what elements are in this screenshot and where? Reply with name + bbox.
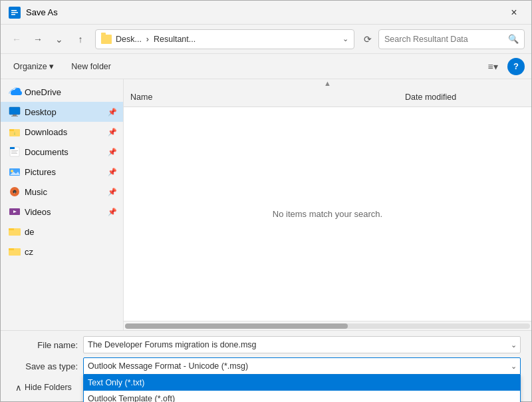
save-as-type-dropdown[interactable]: Outlook Message Format - Unicode (*.msg)…	[83, 357, 521, 375]
horizontal-scrollbar[interactable]	[124, 321, 531, 330]
downloads-icon: ↓	[9, 126, 21, 137]
svg-rect-1	[11, 10, 17, 11]
address-chevron-icon: ⌄	[342, 35, 348, 43]
svg-rect-5	[13, 114, 17, 116]
pictures-pin-icon: 📌	[107, 166, 118, 177]
view-chevron-icon: ▾	[493, 61, 498, 72]
sidebar-item-documents-label: Documents	[25, 147, 107, 157]
scrollbar-thumb[interactable]	[125, 323, 348, 329]
videos-icon	[9, 206, 21, 217]
forward-button[interactable]: →	[29, 30, 47, 49]
sidebar-item-videos[interactable]: Videos 📌	[1, 202, 123, 222]
sidebar: OneDrive Desktop 📌	[1, 79, 124, 330]
sidebar-item-cz-label: cz	[25, 247, 118, 257]
sort-indicator-row: ▲	[124, 79, 531, 87]
col-header-date[interactable]: Date modified	[398, 90, 531, 104]
main-content: OneDrive Desktop 📌	[1, 79, 531, 330]
svg-rect-3	[11, 14, 15, 15]
empty-message: No items match your search.	[124, 107, 531, 321]
save-as-type-row: Save as type: Outlook Message Format - U…	[11, 357, 521, 375]
title-bar: Save As ×	[1, 1, 531, 25]
scrollbar-track[interactable]	[125, 323, 530, 329]
sidebar-item-onedrive-label: OneDrive	[25, 87, 118, 97]
search-icon: 🔍	[508, 34, 519, 44]
file-name-input[interactable]	[83, 336, 521, 353]
toolbar: Organize ▾ New folder ≡ ▾ ?	[1, 54, 531, 79]
column-header-row: Name Date modified	[124, 87, 531, 107]
svg-point-16	[11, 170, 13, 172]
up-button[interactable]: ↑	[71, 30, 90, 49]
sidebar-item-de[interactable]: de	[1, 222, 123, 242]
sidebar-item-de-label: de	[25, 227, 118, 237]
view-icon: ≡	[487, 61, 493, 72]
dropdown-item-0[interactable]: Text Only (*.txt)	[84, 375, 520, 391]
new-folder-button[interactable]: New folder	[65, 59, 117, 74]
svg-rect-6	[11, 116, 18, 116]
dialog-title: Save As	[26, 7, 58, 17]
pictures-icon	[9, 166, 21, 177]
save-as-dialog: Save As × ← → ⌄ ↑ Desk... › Resultant...…	[0, 0, 532, 402]
dropdown-button[interactable]: ⌄	[50, 30, 68, 49]
sidebar-item-music[interactable]: ♪ Music 📌	[1, 182, 123, 202]
svg-rect-23	[9, 228, 14, 230]
sidebar-item-onedrive[interactable]: OneDrive	[1, 82, 123, 102]
videos-pin-icon: 📌	[107, 206, 118, 217]
file-name-row: File name: ⌄	[11, 336, 521, 353]
sidebar-item-desktop-label: Desktop	[25, 107, 107, 117]
music-pin-icon: 📌	[107, 186, 118, 197]
address-folder-icon	[101, 35, 112, 44]
help-button[interactable]: ?	[507, 58, 525, 75]
title-bar-left: Save As	[9, 7, 58, 19]
sidebar-item-documents[interactable]: Documents 📌	[1, 142, 123, 162]
documents-icon	[9, 146, 21, 157]
dropdown-item-1[interactable]: Outlook Template (*.oft)	[84, 391, 520, 402]
svg-text:↓: ↓	[13, 130, 16, 135]
back-button[interactable]: ←	[7, 30, 26, 49]
desktop-pin-icon: 📌	[107, 106, 118, 117]
bottom-area: File name: ⌄ Save as type: Outlook Messa…	[1, 330, 531, 401]
sidebar-item-desktop[interactable]: Desktop 📌	[1, 102, 123, 122]
dropdown-chevron-icon: ⌄	[511, 362, 517, 371]
sidebar-item-pictures-label: Pictures	[25, 167, 107, 177]
folder-cz-icon	[9, 246, 21, 257]
music-icon: ♪	[9, 186, 21, 197]
svg-rect-2	[11, 12, 18, 13]
svg-rect-13	[11, 152, 17, 152]
svg-rect-4	[9, 107, 20, 114]
dropdown-selected-value[interactable]: Outlook Message Format - Unicode (*.msg)…	[83, 357, 521, 375]
address-bar[interactable]: Desk... › Resultant... ⌄	[95, 29, 354, 49]
search-box[interactable]: 🔍	[378, 29, 525, 49]
onedrive-icon	[9, 87, 21, 97]
file-name-input-wrap: ⌄	[83, 336, 521, 353]
dialog-icon	[9, 7, 21, 19]
folder-de-icon	[9, 226, 21, 237]
search-input[interactable]	[384, 35, 504, 44]
hide-folders-label: Hide Folders	[25, 383, 72, 392]
view-button[interactable]: ≡ ▾	[483, 58, 502, 75]
svg-rect-12	[11, 150, 18, 151]
col-header-name[interactable]: Name	[124, 90, 398, 104]
sidebar-item-music-label: Music	[25, 187, 107, 197]
sidebar-item-pictures[interactable]: Pictures 📌	[1, 162, 123, 182]
svg-rect-11	[10, 147, 15, 149]
file-name-label: File name:	[11, 340, 78, 350]
close-button[interactable]: ×	[505, 3, 523, 22]
save-as-type-label: Save as type:	[11, 361, 78, 371]
sidebar-item-videos-label: Videos	[25, 207, 107, 217]
hide-folders-button[interactable]: ∧ Hide Folders	[11, 381, 76, 394]
sidebar-item-cz[interactable]: cz	[1, 242, 123, 262]
dropdown-selected-text: Outlook Message Format - Unicode (*.msg)	[88, 361, 248, 371]
refresh-button[interactable]: ⟳	[360, 31, 376, 47]
sort-up-icon: ▲	[324, 79, 331, 87]
organize-button[interactable]: Organize ▾	[7, 59, 60, 74]
documents-pin-icon: 📌	[107, 146, 118, 157]
address-text: Desk... › Resultant...	[116, 35, 338, 44]
sidebar-item-downloads-label: Downloads	[25, 127, 107, 137]
sidebar-item-downloads[interactable]: ↓ Downloads 📌	[1, 122, 123, 142]
svg-rect-14	[11, 153, 17, 154]
hide-folders-chevron-icon: ∧	[15, 383, 22, 393]
desktop-icon	[9, 106, 21, 117]
downloads-pin-icon: 📌	[107, 126, 118, 137]
svg-text:♪: ♪	[14, 190, 16, 194]
file-area: ▲ Name Date modified No items match your…	[124, 79, 531, 330]
